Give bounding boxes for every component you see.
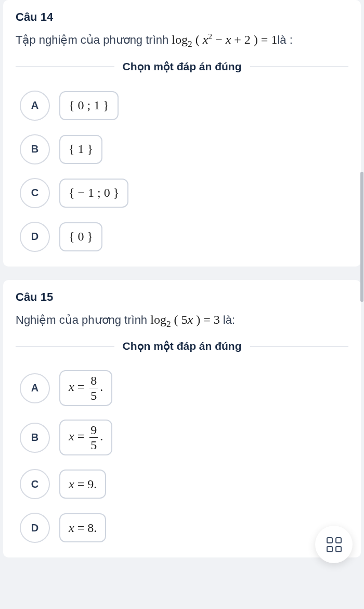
option-letter-a[interactable]: A xyxy=(20,373,50,403)
question-math: log2 ( 5x ) = 3 xyxy=(150,313,220,326)
option-letter-a[interactable]: A xyxy=(20,91,50,121)
option-row: C x = 9. xyxy=(20,469,348,499)
divider-line xyxy=(16,346,114,347)
option-row: B x = 95. xyxy=(20,420,348,455)
option-math: x = 95. xyxy=(69,424,103,451)
question-post: là : xyxy=(277,33,292,46)
option-math: x = 8. xyxy=(69,521,97,535)
divider-line xyxy=(250,346,349,347)
option-answer-a[interactable]: { 0 ; 1 } xyxy=(59,91,119,120)
option-letter-c[interactable]: C xyxy=(20,178,50,208)
question-text: Tập nghiệm của phương trình log2 ( x2 − … xyxy=(16,30,348,51)
option-letter-c[interactable]: C xyxy=(20,469,50,499)
instruction-text: Chọn một đáp án đúng xyxy=(114,60,250,73)
grid-menu-button[interactable] xyxy=(315,526,353,563)
instruction-divider: Chọn một đáp án đúng xyxy=(16,60,348,73)
question-number: Câu 15 xyxy=(16,290,348,304)
option-answer-b[interactable]: { 1 } xyxy=(59,135,102,164)
divider-line xyxy=(16,66,114,67)
option-row: D x = 8. xyxy=(20,513,348,543)
question-card: Câu 14 Tập nghiệm của phương trình log2 … xyxy=(3,0,361,267)
option-letter-d[interactable]: D xyxy=(20,513,50,543)
option-answer-a[interactable]: x = 85. xyxy=(59,370,112,406)
question-post: là: xyxy=(220,313,235,326)
question-pre: Tập nghiệm của phương trình xyxy=(16,33,172,46)
question-number: Câu 14 xyxy=(16,10,348,24)
option-letter-d[interactable]: D xyxy=(20,222,50,252)
option-math: { 0 ; 1 } xyxy=(69,98,109,112)
question-pre: Nghiệm của phương trình xyxy=(16,313,150,326)
option-answer-c[interactable]: { − 1 ; 0 } xyxy=(59,179,128,208)
option-row: C { − 1 ; 0 } xyxy=(20,178,348,208)
question-card: Câu 15 Nghiệm của phương trình log2 ( 5x… xyxy=(3,280,361,558)
option-answer-d[interactable]: { 0 } xyxy=(59,222,102,251)
divider-line xyxy=(250,66,349,67)
options-list: A { 0 ; 1 } B { 1 } C { − 1 ; 0 } D { 0 … xyxy=(16,91,348,252)
instruction-text: Chọn một đáp án đúng xyxy=(114,340,250,352)
option-math: { 1 } xyxy=(69,142,93,156)
option-row: D { 0 } xyxy=(20,222,348,252)
option-math: x = 9. xyxy=(69,477,97,491)
instruction-divider: Chọn một đáp án đúng xyxy=(16,340,348,352)
option-letter-b[interactable]: B xyxy=(20,134,50,164)
option-answer-b[interactable]: x = 95. xyxy=(59,420,112,455)
option-row: A x = 85. xyxy=(20,370,348,406)
option-math: x = 85. xyxy=(69,374,103,402)
scrollbar[interactable] xyxy=(360,172,363,302)
option-answer-c[interactable]: x = 9. xyxy=(59,470,106,499)
question-text: Nghiệm của phương trình log2 ( 5x ) = 3 … xyxy=(16,310,348,331)
option-row: B { 1 } xyxy=(20,134,348,164)
option-answer-d[interactable]: x = 8. xyxy=(59,513,106,542)
option-math: { 0 } xyxy=(69,230,93,244)
question-math: log2 ( x2 − x + 2 ) = 1 xyxy=(172,33,277,46)
option-row: A { 0 ; 1 } xyxy=(20,91,348,121)
grid-icon xyxy=(327,537,342,552)
option-letter-b[interactable]: B xyxy=(20,423,50,453)
option-math: { − 1 ; 0 } xyxy=(69,186,119,200)
options-list: A x = 85. B x = 95. C x = 9. D x = 8. xyxy=(16,370,348,543)
